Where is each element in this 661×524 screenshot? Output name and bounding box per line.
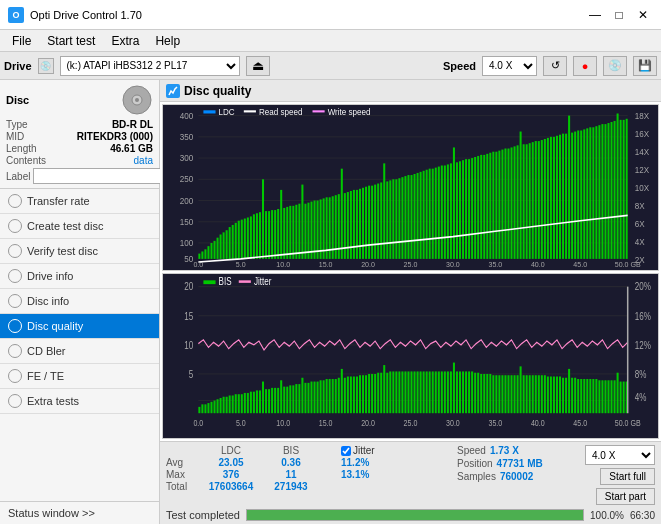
disc-info-icon [8,294,22,308]
svg-text:50.0 GB: 50.0 GB [615,418,641,428]
sidebar-item-verify-test-disc[interactable]: Verify test disc [0,239,159,264]
svg-rect-182 [203,110,215,113]
svg-text:10: 10 [184,339,193,350]
action-panel: 4.0 X Start full Start part [585,445,655,505]
svg-rect-88 [344,193,346,259]
svg-rect-162 [568,116,570,259]
svg-rect-320 [520,366,522,413]
svg-rect-336 [568,368,570,412]
svg-rect-275 [383,365,385,413]
svg-rect-69 [286,207,288,259]
ldc-avg: 23.05 [201,457,261,468]
svg-rect-49 [226,230,228,259]
svg-rect-157 [553,137,555,259]
drive-select[interactable]: (k:) ATAPI iHBS312 2 PL17 [60,56,240,76]
svg-rect-339 [577,379,579,413]
svg-text:40.0: 40.0 [531,260,545,269]
svg-rect-177 [614,121,616,259]
menu-help[interactable]: Help [147,32,188,50]
status-window-label: Status window >> [8,507,95,519]
svg-rect-147 [523,144,525,259]
samples-value: 760002 [500,471,533,482]
maximize-button[interactable]: □ [609,5,629,25]
svg-rect-266 [356,376,358,413]
svg-text:BIS: BIS [219,276,232,287]
close-button[interactable]: ✕ [633,5,653,25]
svg-rect-132 [477,156,479,259]
sidebar-item-create-test-disc[interactable]: Create test disc [0,214,159,239]
sidebar-item-transfer-rate[interactable]: Transfer rate [0,189,159,214]
record-button[interactable]: ● [573,56,597,76]
menu-file[interactable]: File [4,32,39,50]
sidebar: Disc Type BD-R DL MID RITEKDR3 [0,80,160,524]
speed-select[interactable]: 4.0 X [482,56,537,76]
svg-rect-217 [207,403,209,413]
svg-rect-246 [295,384,297,413]
sidebar-item-cd-bler[interactable]: CD Bler [0,339,159,364]
svg-rect-326 [538,375,540,413]
svg-text:10.0: 10.0 [276,260,290,269]
svg-rect-331 [553,376,555,413]
svg-rect-300 [459,371,461,413]
svg-rect-312 [495,375,497,413]
svg-rect-73 [298,204,300,259]
sidebar-item-drive-info[interactable]: Drive info [0,264,159,289]
svg-rect-121 [444,165,446,258]
svg-rect-248 [301,377,303,412]
position-label: Position [457,458,493,469]
speed-position-panel: Speed 1.73 X Position 47731 MB Samples 7… [457,445,577,482]
svg-rect-91 [353,190,355,259]
svg-rect-161 [565,134,567,259]
status-window-button[interactable]: Status window >> [0,501,159,524]
svg-rect-311 [492,375,494,413]
sidebar-item-disc-quality[interactable]: Disc quality [0,314,159,339]
label-label: Label [6,171,30,182]
svg-rect-317 [511,375,513,413]
svg-rect-265 [353,376,355,413]
save-button[interactable]: 💾 [633,56,657,76]
menu-starttest[interactable]: Start test [39,32,103,50]
svg-rect-111 [414,174,416,259]
jitter-checkbox[interactable] [341,446,351,456]
minimize-button[interactable]: — [585,5,605,25]
svg-text:15.0: 15.0 [319,418,333,428]
svg-rect-226 [235,394,237,413]
svg-text:35.0: 35.0 [488,260,502,269]
eject-button[interactable]: ⏏ [246,56,270,76]
svg-rect-219 [214,400,216,413]
svg-rect-93 [359,189,361,259]
refresh-button[interactable]: ↺ [543,56,567,76]
svg-rect-247 [298,384,300,413]
svg-rect-333 [559,376,561,413]
svg-rect-107 [401,177,403,259]
svg-text:200: 200 [180,197,194,206]
svg-rect-343 [589,379,591,413]
disc-button[interactable]: 💿 [603,56,627,76]
svg-text:15: 15 [184,310,193,321]
svg-text:10.0: 10.0 [276,418,290,428]
svg-rect-153 [541,140,543,259]
svg-rect-305 [474,372,476,412]
sidebar-item-fe-te[interactable]: FE / TE [0,364,159,389]
svg-rect-42 [204,249,206,259]
label-input[interactable] [33,168,166,184]
svg-rect-65 [274,210,276,259]
start-full-button[interactable]: Start full [600,468,655,485]
sidebar-item-disc-info[interactable]: Disc info [0,289,159,314]
menu-extra[interactable]: Extra [103,32,147,50]
svg-rect-273 [377,372,379,412]
test-speed-select[interactable]: 4.0 X [585,445,655,465]
lower-chart: 20 15 10 5 20% 16% 12% 8% 4% 0.0 5.0 10.… [162,273,659,440]
start-part-button[interactable]: Start part [596,488,655,505]
sidebar-item-extra-tests[interactable]: Extra tests [0,389,159,414]
svg-rect-285 [414,371,416,413]
ldc-col-header: LDC [201,445,261,456]
length-label: Length [6,143,37,154]
ldc-total: 17603664 [201,481,261,492]
svg-text:20: 20 [184,281,193,292]
svg-text:4X: 4X [635,238,645,247]
svg-rect-337 [571,377,573,412]
svg-rect-304 [471,371,473,413]
svg-rect-253 [317,381,319,413]
svg-text:25.0: 25.0 [404,418,418,428]
